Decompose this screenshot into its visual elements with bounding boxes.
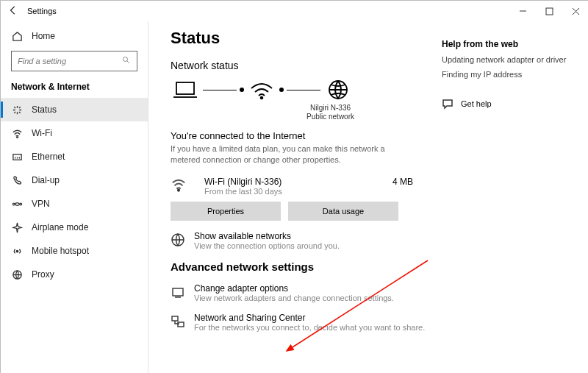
- sidebar-item-dialup[interactable]: Dial-up: [1, 168, 148, 192]
- window-title: Settings: [27, 7, 57, 15]
- main-content: Status Network status Nilgiri N-336 Publ…: [148, 21, 442, 373]
- sidebar-label: Proxy: [32, 269, 54, 280]
- properties-button[interactable]: Properties: [171, 202, 281, 221]
- dialup-icon: [11, 174, 23, 186]
- sidebar-heading: Network & Internet: [1, 79, 148, 98]
- connected-subtext: If you have a limited data plan, you can…: [171, 143, 398, 166]
- minimize-button[interactable]: [509, 1, 536, 21]
- get-help-link[interactable]: Get help: [442, 98, 581, 110]
- home-icon: [11, 30, 23, 42]
- search-input[interactable]: [11, 51, 137, 71]
- globe-icon: [323, 79, 353, 101]
- sidebar-item-ethernet[interactable]: Ethernet: [1, 145, 148, 168]
- laptop-icon: [171, 79, 200, 101]
- airplane-icon: [11, 221, 23, 233]
- section-network-status: Network status: [171, 60, 427, 71]
- vpn-icon: [11, 198, 23, 210]
- adapter-icon: [171, 285, 187, 301]
- sidebar-label: VPN: [32, 199, 50, 209]
- svg-rect-1: [546, 8, 553, 15]
- sharing-center-link[interactable]: Network and Sharing Center For the netwo…: [171, 313, 427, 332]
- sidebar-item-status[interactable]: Status: [1, 98, 148, 121]
- connected-heading: You're connected to the Internet: [171, 130, 427, 141]
- svg-point-4: [16, 136, 18, 138]
- diagram-label: Nilgiri N-336 Public network: [234, 104, 427, 121]
- sidebar: Home Network & Internet Status Wi-Fi: [1, 21, 148, 373]
- svg-line-3: [127, 60, 129, 63]
- sidebar-item-proxy[interactable]: Proxy: [1, 263, 148, 286]
- svg-point-13: [178, 189, 179, 191]
- data-usage-button[interactable]: Data usage: [288, 202, 398, 221]
- help-heading: Help from the web: [442, 39, 581, 49]
- ethernet-icon: [11, 151, 23, 163]
- sidebar-item-wifi[interactable]: Wi-Fi: [1, 121, 148, 145]
- sidebar-label: Ethernet: [32, 152, 65, 162]
- maximize-button[interactable]: [536, 1, 562, 21]
- svg-line-18: [287, 260, 428, 351]
- wifi-icon: [11, 127, 23, 139]
- sidebar-label: Mobile hotspot: [32, 246, 89, 256]
- section-advanced: Advanced network settings: [171, 260, 427, 273]
- show-networks-link[interactable]: Show available networks View the connect…: [171, 231, 427, 250]
- data-size: 4 MB: [392, 177, 413, 187]
- sidebar-label: Dial-up: [32, 175, 60, 185]
- help-link-adapter[interactable]: Updating network adapter or driver: [442, 55, 581, 64]
- svg-point-2: [123, 57, 128, 61]
- proxy-icon: [11, 269, 23, 280]
- help-panel: Help from the web Updating network adapt…: [442, 21, 588, 373]
- sidebar-label: Status: [32, 104, 57, 115]
- svg-point-6: [12, 203, 15, 205]
- status-icon: [11, 104, 23, 116]
- home-button[interactable]: Home: [1, 24, 148, 48]
- search-icon: [122, 56, 132, 67]
- close-button[interactable]: [562, 1, 588, 21]
- wifi-large-icon: [247, 79, 276, 101]
- hotspot-icon: [11, 245, 23, 257]
- svg-point-8: [16, 250, 18, 252]
- connection-sub: From the last 30 days: [204, 187, 282, 196]
- svg-point-11: [261, 97, 263, 99]
- svg-rect-16: [172, 316, 178, 321]
- sidebar-label: Airplane mode: [32, 222, 88, 232]
- svg-rect-10: [176, 82, 194, 94]
- home-label: Home: [32, 31, 55, 41]
- search-field[interactable]: [16, 56, 122, 66]
- sharing-icon: [171, 314, 187, 330]
- back-button[interactable]: [7, 5, 20, 18]
- sidebar-item-hotspot[interactable]: Mobile hotspot: [1, 239, 148, 263]
- sidebar-item-airplane[interactable]: Airplane mode: [1, 216, 148, 239]
- svg-rect-17: [178, 322, 184, 327]
- adapter-options-link[interactable]: Change adapter options View network adap…: [171, 283, 427, 302]
- svg-point-7: [19, 203, 21, 205]
- sidebar-label: Wi-Fi: [32, 128, 52, 138]
- svg-rect-15: [173, 288, 183, 296]
- wifi-icon: [171, 177, 187, 193]
- globe-small-icon: [171, 232, 187, 249]
- chat-icon: [442, 98, 453, 110]
- page-title: Status: [171, 29, 427, 48]
- network-diagram: [171, 79, 427, 101]
- sidebar-item-vpn[interactable]: VPN: [1, 192, 148, 216]
- help-link-ip[interactable]: Finding my IP address: [442, 70, 581, 79]
- connection-name: Wi-Fi (Nilgiri N-336): [204, 177, 282, 187]
